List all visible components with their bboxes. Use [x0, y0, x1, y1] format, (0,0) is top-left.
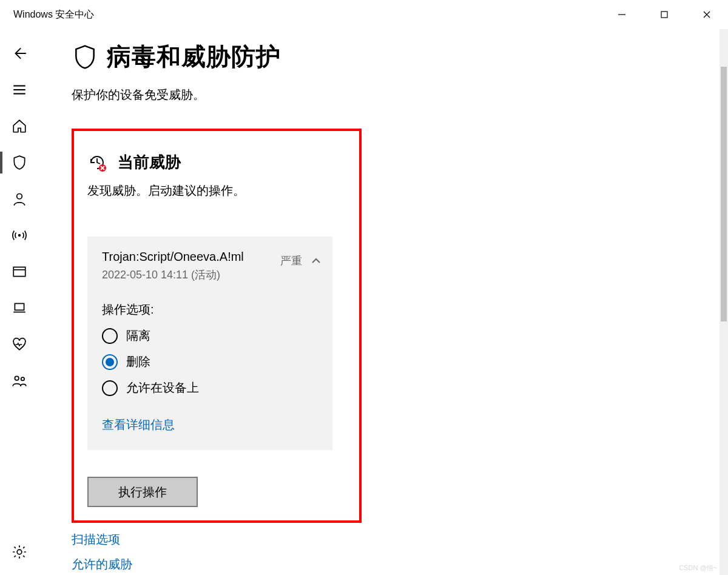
threat-expand-toggle[interactable]: 严重: [280, 254, 322, 268]
svg-point-15: [17, 550, 22, 554]
threat-card: Trojan:Script/Oneeva.A!ml 2022-05-10 14:…: [87, 237, 332, 450]
page-title: 病毒和威胁防护: [107, 40, 281, 73]
svg-point-14: [21, 377, 24, 380]
svg-rect-1: [661, 12, 667, 18]
options-label: 操作选项:: [102, 301, 322, 318]
sidebar-item-family[interactable]: [0, 363, 39, 399]
sidebar-item-virus-protection[interactable]: [0, 144, 39, 181]
radio-label: 允许在设备上: [126, 380, 199, 396]
arrow-left-icon: [12, 45, 27, 61]
close-button[interactable]: [686, 0, 728, 29]
radio-circle: [102, 354, 118, 370]
menu-button[interactable]: [0, 72, 39, 108]
back-button[interactable]: [0, 35, 39, 72]
radio-remove[interactable]: 删除: [102, 354, 322, 370]
people-icon: [12, 373, 27, 389]
sidebar-item-app-browser[interactable]: [0, 254, 39, 290]
maximize-button[interactable]: [643, 0, 686, 29]
svg-point-9: [18, 234, 21, 237]
main-content: 病毒和威胁防护 保护你的设备免受威胁。 当前威胁 发现威胁。启动建议的操作。: [39, 29, 728, 575]
radio-circle: [102, 328, 118, 344]
sidebar-item-account[interactable]: [0, 181, 39, 217]
window-controls: [601, 0, 728, 29]
execute-action-button[interactable]: 执行操作: [87, 477, 198, 507]
laptop-icon: [12, 300, 27, 316]
hamburger-icon: [12, 82, 27, 98]
history-alert-icon: [87, 153, 107, 172]
gear-icon: [12, 544, 27, 560]
scrollbar-track[interactable]: [720, 29, 728, 575]
radio-allow[interactable]: 允许在设备上: [102, 380, 322, 396]
shield-icon: [12, 155, 27, 170]
view-details-link[interactable]: 查看详细信息: [102, 417, 322, 433]
radio-label: 隔离: [126, 328, 150, 344]
page-subtitle: 保护你的设备免受威胁。: [72, 87, 698, 103]
settings-button[interactable]: [0, 534, 39, 570]
current-threats-section: 当前威胁 发现威胁。启动建议的操作。 Trojan:Script/Oneeva.…: [72, 129, 362, 523]
heart-icon: [12, 337, 27, 352]
threat-name: Trojan:Script/Oneeva.A!ml: [102, 250, 244, 264]
svg-point-8: [17, 193, 22, 199]
broadcast-icon: [12, 227, 27, 243]
threat-severity: 严重: [280, 254, 302, 268]
person-icon: [12, 191, 27, 207]
window-title: Windows 安全中心: [13, 8, 94, 21]
allowed-threats-link[interactable]: 允许的威胁: [72, 556, 698, 573]
sidebar-item-home[interactable]: [0, 108, 39, 144]
sidebar-item-device-security[interactable]: [0, 290, 39, 326]
chevron-up-icon: [311, 255, 322, 266]
radio-label: 删除: [126, 354, 150, 370]
current-threats-title: 当前威胁: [118, 152, 181, 173]
svg-rect-10: [13, 267, 25, 276]
threat-timestamp: 2022-05-10 14:11 (活动): [102, 267, 244, 282]
home-icon: [12, 118, 27, 134]
radio-circle: [102, 380, 118, 396]
radio-quarantine[interactable]: 隔离: [102, 328, 322, 344]
sidebar-item-device-health[interactable]: [0, 326, 39, 363]
shield-large-icon: [72, 44, 98, 70]
current-threats-subtitle: 发现威胁。启动建议的操作。: [87, 183, 346, 199]
sidebar: [0, 29, 39, 575]
scan-options-link[interactable]: 扫描选项: [72, 531, 698, 548]
svg-rect-12: [15, 303, 24, 310]
svg-point-13: [15, 376, 19, 380]
sidebar-item-firewall[interactable]: [0, 217, 39, 254]
window-icon: [12, 264, 27, 280]
scrollbar-thumb[interactable]: [721, 67, 727, 321]
minimize-button[interactable]: [601, 0, 643, 29]
